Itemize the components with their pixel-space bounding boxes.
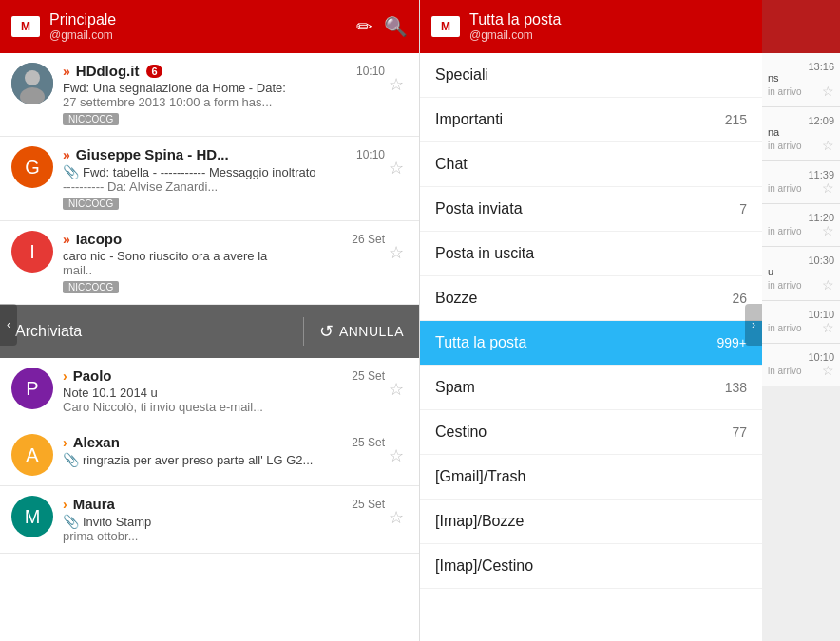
mini-sender-1: na [768, 126, 834, 138]
email-time-3: 26 Set [352, 233, 385, 246]
menu-item-label-7: Spam [435, 379, 725, 396]
email-sender-3: » Iacopo [63, 231, 122, 247]
mini-item-1[interactable]: 12:09 na in arrivo ☆ [762, 107, 840, 161]
menu-item-2[interactable]: Chat [420, 142, 762, 187]
undo-button[interactable]: ↺ ANNULLA [319, 321, 404, 342]
svg-point-1 [25, 70, 40, 85]
mini-time-5: 10:10 [768, 309, 834, 320]
menu-items-container: SpecialiImportanti215ChatPosta inviata7P… [420, 53, 762, 589]
app-container: M Principale @gmail.com ✏ 🔍 [0, 0, 840, 641]
email-item-5[interactable]: A › Alexan 25 Set 📎 ringrazia per aver p… [0, 424, 419, 486]
mini-star-4[interactable]: ☆ [822, 277, 834, 292]
avatar-5: A [11, 434, 53, 476]
compose-icon[interactable]: ✏ [356, 15, 372, 38]
mini-star-3[interactable]: ☆ [822, 223, 834, 238]
mini-item-2[interactable]: 11:39 in arrivo ☆ [762, 161, 840, 204]
menu-item-10[interactable]: [Imap]/Bozze [420, 500, 762, 544]
menu-item-9[interactable]: [Gmail]/Trash [420, 455, 762, 500]
avatar-6: M [11, 496, 53, 537]
menu-item-label-8: Cestino [435, 424, 732, 441]
clip-icon-2: 📎 [63, 164, 79, 179]
mini-sender-0: ns [768, 72, 834, 84]
mini-preview-3: in arrivo [768, 226, 802, 236]
email-item-1[interactable]: » HDdlog.it 6 10:10 Fwd: Una segnalazion… [0, 53, 419, 137]
email-content-6: › Maura 25 Set 📎 Invito Stamp prima otto… [63, 496, 385, 543]
mini-star-6[interactable]: ☆ [822, 363, 834, 378]
menu-item-11[interactable]: [Imap]/Cestino [420, 544, 762, 589]
mini-item-3[interactable]: 11:20 in arrivo ☆ [762, 204, 840, 247]
menu-item-label-9: [Gmail]/Trash [435, 468, 747, 485]
menu-panel: M Tutta la posta @gmail.com SpecialiImpo… [420, 0, 762, 641]
menu-item-8[interactable]: Cestino77 [420, 410, 762, 455]
avatar-3: I [11, 231, 53, 273]
mini-star-1[interactable]: ☆ [822, 138, 834, 153]
email-time-6: 25 Set [352, 498, 385, 511]
left-header-subtitle: @gmail.com [49, 28, 347, 42]
email-content-1: » HDdlog.it 6 10:10 Fwd: Una segnalazion… [63, 63, 385, 126]
email-item-6[interactable]: M › Maura 25 Set 📎 Invito Stamp prima [0, 486, 419, 554]
menu-item-count-5: 26 [732, 291, 747, 306]
email-item-2[interactable]: G » Giuseppe Spina - HD... 10:10 📎 Fwd: … [0, 137, 419, 221]
menu-item-4[interactable]: Posta in uscita [420, 232, 762, 276]
mini-item-4[interactable]: 10:30 u - in arrivo ☆ [762, 247, 840, 301]
undo-icon: ↺ [319, 321, 334, 342]
mini-star-0[interactable]: ☆ [822, 84, 834, 99]
menu-item-label-2: Chat [435, 156, 747, 173]
menu-item-label-10: [Imap]/Bozze [435, 513, 747, 530]
right-panel: M Tutta la posta @gmail.com SpecialiImpo… [420, 0, 840, 641]
menu-item-0[interactable]: Speciali [420, 53, 762, 98]
email-item-3[interactable]: I » Iacopo 26 Set caro nic - Sono riusci… [0, 221, 419, 305]
mini-time-3: 11:20 [768, 212, 834, 223]
menu-item-7[interactable]: Spam138 [420, 366, 762, 410]
menu-item-label-4: Posta in uscita [435, 245, 747, 262]
email-sender-6: › Maura [63, 496, 115, 512]
menu-item-3[interactable]: Posta inviata7 [420, 187, 762, 232]
email-preview-1: 27 settembre 2013 10:00 a form has... [63, 95, 385, 109]
unread-badge-1: 6 [146, 65, 162, 78]
mini-preview-2: in arrivo [768, 183, 802, 194]
menu-item-6[interactable]: Tutta la posta999+ [420, 321, 762, 366]
star-button-6[interactable]: ☆ [385, 503, 408, 532]
mini-time-6: 10:10 [768, 351, 834, 363]
header-icons: ✏ 🔍 [356, 15, 408, 38]
email-content-4: › Paolo 25 Set Note 10.1 2014 u Caro Nic… [63, 368, 385, 414]
left-nav-arrow[interactable]: ‹ [0, 304, 17, 346]
email-sender-1: » HDdlog.it 6 [63, 63, 162, 79]
right-header-subtitle: @gmail.com [469, 28, 751, 42]
left-header-title: Principale [49, 11, 347, 28]
mini-item-0[interactable]: 13:16 ns in arrivo ☆ [762, 53, 840, 107]
mini-star-2[interactable]: ☆ [822, 180, 834, 196]
gmail-logo: M [11, 16, 40, 37]
left-panel: M Principale @gmail.com ✏ 🔍 [0, 0, 420, 641]
menu-item-1[interactable]: Importanti215 [420, 98, 762, 142]
mini-item-6[interactable]: 10:10 in arrivo ☆ [762, 344, 840, 386]
menu-header: M Tutta la posta @gmail.com [420, 0, 762, 53]
archive-divider [303, 317, 304, 346]
star-button-3[interactable]: ☆ [385, 238, 408, 267]
mini-items-container: 13:16 ns in arrivo ☆ 12:09 na in arrivo … [762, 53, 840, 386]
right-nav-arrow[interactable]: › [745, 304, 762, 346]
mini-item-5[interactable]: 10:10 in arrivo ☆ [762, 301, 840, 344]
mini-preview-0: in arrivo [768, 86, 802, 97]
star-button-5[interactable]: ☆ [385, 442, 408, 470]
email-tag-2: NICCOCG [63, 198, 119, 210]
star-button-4[interactable]: ☆ [385, 375, 408, 404]
email-subject-5: 📎 ringrazia per aver preso parte all' LG… [63, 452, 385, 467]
star-button-1[interactable]: ☆ [385, 70, 408, 99]
mini-preview-5: in arrivo [768, 323, 802, 333]
email-item-4[interactable]: P › Paolo 25 Set Note 10.1 2014 u Caro N… [0, 358, 419, 424]
menu-item-5[interactable]: Bozze26 [420, 276, 762, 321]
email-subject-6: 📎 Invito Stamp [63, 514, 385, 529]
menu-item-count-8: 77 [732, 424, 747, 440]
menu-item-count-6: 999+ [716, 335, 747, 350]
search-icon[interactable]: 🔍 [384, 15, 408, 38]
email-preview-6: prima ottobr... [63, 529, 385, 543]
email-subject-4: Note 10.1 2014 u [63, 386, 385, 400]
mini-star-5[interactable]: ☆ [822, 320, 834, 335]
star-button-2[interactable]: ☆ [385, 154, 408, 182]
email-content-5: › Alexan 25 Set 📎 ringrazia per aver pre… [63, 434, 385, 467]
email-preview-2: ---------- Da: Alvise Zanardi... [63, 179, 385, 194]
left-header: M Principale @gmail.com ✏ 🔍 [0, 0, 419, 53]
mini-list-header [762, 0, 840, 53]
email-sender-5: › Alexan [63, 434, 120, 450]
